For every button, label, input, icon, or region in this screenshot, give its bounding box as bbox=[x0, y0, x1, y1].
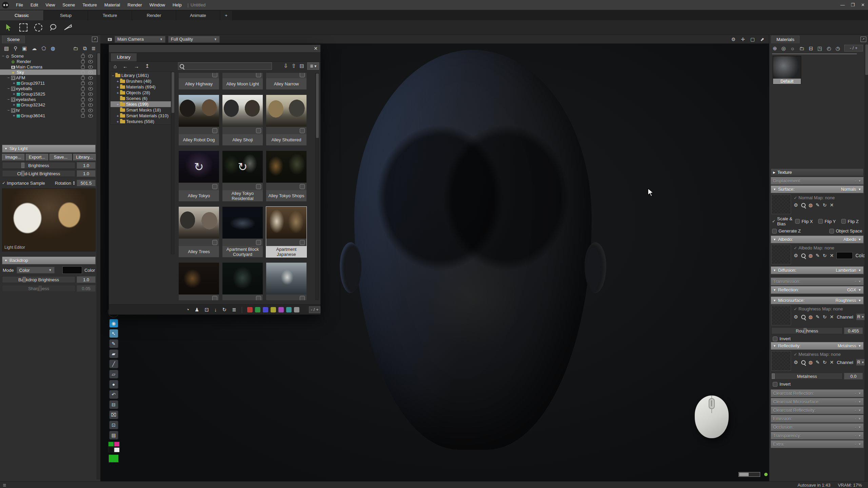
albedo-map-slot[interactable] bbox=[771, 245, 791, 264]
popout-view-icon[interactable]: ⬈ bbox=[760, 37, 764, 42]
maximize-view-icon[interactable]: ▢ bbox=[750, 37, 755, 42]
scene-tree-row[interactable]: + Group36041 bbox=[0, 113, 96, 118]
lock-icon[interactable] bbox=[81, 77, 85, 80]
item-checkbox[interactable] bbox=[300, 296, 305, 300]
item-checkbox[interactable] bbox=[256, 128, 261, 133]
library-item[interactable]: Alley Robot Dog bbox=[179, 95, 219, 145]
library-tab[interactable]: Library bbox=[111, 53, 137, 61]
item-thumbnail[interactable] bbox=[266, 263, 307, 294]
folder-expander[interactable]: + bbox=[117, 79, 120, 83]
library-item[interactable]: Alley Tokyo bbox=[179, 151, 219, 201]
color-swatch[interactable] bbox=[114, 447, 120, 452]
workspace-tab[interactable]: Animate bbox=[176, 11, 220, 20]
item-thumbnail[interactable] bbox=[179, 95, 219, 127]
workspace-tab[interactable]: + bbox=[220, 11, 232, 20]
workspace-tab[interactable]: Classic bbox=[0, 11, 43, 20]
tag-color-swatch[interactable] bbox=[294, 307, 299, 312]
section-reflectivity[interactable]: ▼Reflectivity: Metalness▼ bbox=[771, 342, 864, 350]
backdrop-mode-dropdown[interactable]: Color▼ bbox=[17, 267, 55, 273]
item-checkbox[interactable] bbox=[256, 240, 261, 245]
roughness-slider[interactable]: Roughness bbox=[771, 327, 843, 334]
visibility-eye-icon[interactable] bbox=[88, 76, 93, 80]
tree-expander[interactable]: − bbox=[2, 54, 6, 58]
status-menu-icon[interactable]: ≣ bbox=[3, 483, 6, 488]
metalness-value[interactable]: 0.0 bbox=[844, 373, 863, 380]
child-light-brightness-slider[interactable]: Child-Light Brightness bbox=[2, 170, 75, 177]
scene-tree-row[interactable]: + Group29711 bbox=[0, 80, 96, 86]
library-folder-row[interactable]: Scenes (6) bbox=[111, 96, 171, 101]
camera-select-dropdown[interactable]: Main Camera▼ bbox=[115, 36, 165, 43]
library-folder-row[interactable]: + Materials (694) bbox=[111, 84, 171, 90]
backdrop-brightness-slider[interactable]: Backdrop Brightness bbox=[2, 276, 75, 283]
flip-y-checkbox[interactable] bbox=[818, 219, 823, 224]
lock-icon[interactable] bbox=[81, 55, 85, 58]
forward-icon[interactable]: → bbox=[134, 63, 139, 69]
search-input-wrap[interactable] bbox=[178, 62, 272, 70]
albedo-color-swatch[interactable] bbox=[837, 252, 852, 259]
menu-item[interactable]: File bbox=[12, 0, 27, 10]
scene-panel-tab[interactable]: Scene bbox=[2, 36, 25, 43]
item-checkbox[interactable] bbox=[256, 184, 261, 189]
library-item[interactable] bbox=[266, 263, 307, 300]
library-item[interactable]: Alley Trees bbox=[179, 207, 219, 257]
visibility-eye-icon[interactable] bbox=[88, 114, 93, 118]
add-environment-icon[interactable]: ☁ bbox=[32, 46, 37, 51]
highlighter-tool-button[interactable]: ▰ bbox=[109, 349, 118, 358]
add-material-icon[interactable]: ◍ bbox=[51, 46, 55, 51]
close-icon[interactable]: ✕ bbox=[312, 45, 319, 52]
materials-panel-scrollbar[interactable] bbox=[865, 44, 868, 481]
map-settings-icon[interactable]: ⚙ bbox=[794, 253, 798, 258]
folder-expander[interactable]: + bbox=[117, 114, 120, 118]
library-item[interactable]: Alley Shoji bbox=[222, 95, 263, 145]
flip-x-checkbox[interactable] bbox=[795, 219, 800, 224]
item-checkbox[interactable] bbox=[212, 296, 217, 300]
map-settings-icon[interactable]: ⚙ bbox=[794, 314, 798, 320]
map-edit-icon[interactable]: ✎ bbox=[816, 202, 820, 208]
item-checkbox[interactable] bbox=[300, 240, 305, 245]
select-tool-button[interactable]: ↖ bbox=[109, 329, 118, 338]
visibility-eye-icon[interactable] bbox=[88, 93, 93, 96]
visibility-eye-icon[interactable] bbox=[88, 55, 93, 58]
lock-icon[interactable] bbox=[81, 87, 85, 90]
metalness-slider[interactable]: Metalness bbox=[771, 373, 843, 380]
tag-color-swatch[interactable] bbox=[286, 307, 292, 312]
sky-light-button[interactable]: Library... bbox=[73, 154, 96, 161]
view-options-button[interactable]: ≣ ▾ bbox=[307, 62, 319, 70]
channel-dropdown[interactable]: R▼ bbox=[856, 313, 865, 320]
menu-item[interactable]: Render bbox=[124, 0, 146, 10]
folder-expander[interactable]: + bbox=[117, 120, 120, 124]
folder-icon[interactable]: 🗀 bbox=[73, 46, 78, 51]
scene-tree-row[interactable]: − eyeballs bbox=[0, 86, 96, 91]
importance-sample-check-icon[interactable]: ✓ bbox=[2, 181, 5, 185]
map-clear-icon[interactable]: ✕ bbox=[830, 202, 834, 208]
library-window[interactable]: ✕ Library ⌂ ← → ↥ − bbox=[108, 44, 321, 315]
tree-expander[interactable]: − bbox=[7, 76, 11, 80]
library-item[interactable]: Apartment Japanese bbox=[266, 207, 307, 257]
lock-icon[interactable] bbox=[81, 109, 85, 112]
delete-material-icon[interactable]: ⊟ bbox=[809, 46, 813, 51]
map-reload-icon[interactable]: ↻ bbox=[823, 314, 827, 320]
visibility-eye-icon[interactable] bbox=[88, 98, 93, 101]
item-checkbox[interactable] bbox=[212, 73, 217, 77]
visibility-eye-icon[interactable] bbox=[88, 60, 93, 63]
history-icon[interactable]: ◴ bbox=[827, 46, 831, 51]
object-space-checkbox[interactable] bbox=[829, 229, 834, 233]
library-folder-row[interactable]: Smart Masks (18) bbox=[111, 107, 171, 113]
eraser-tool-button[interactable]: ▱ bbox=[109, 370, 118, 379]
metalness-map-slot[interactable] bbox=[771, 351, 791, 371]
export-upload-icon[interactable]: ⇧ bbox=[292, 63, 296, 69]
roughness-map-slot[interactable] bbox=[771, 306, 791, 325]
reflection-mode-dropdown[interactable]: GGX▼ bbox=[847, 288, 861, 292]
duplicate-material-icon[interactable]: ◎ bbox=[782, 46, 786, 51]
roughness-value[interactable]: 0.455 bbox=[844, 327, 863, 334]
undo-button[interactable]: ↶ bbox=[109, 390, 118, 399]
folder-expander[interactable]: − bbox=[112, 74, 115, 78]
maximize-button[interactable]: ❐ bbox=[848, 0, 858, 10]
rendered-head-model[interactable] bbox=[354, 50, 592, 450]
add-primitive-icon[interactable]: ⬠ bbox=[41, 46, 46, 51]
item-checkbox[interactable] bbox=[212, 128, 217, 133]
scene-tree-row[interactable]: − eyelashes bbox=[0, 97, 96, 102]
library-item[interactable]: Alley Highway bbox=[179, 73, 219, 89]
item-thumbnail[interactable] bbox=[266, 151, 307, 183]
visibility-eye-icon[interactable] bbox=[88, 109, 93, 112]
